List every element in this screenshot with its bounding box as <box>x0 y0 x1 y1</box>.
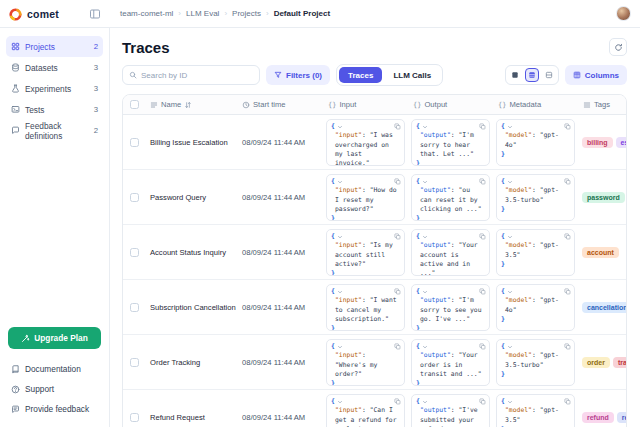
tag-account[interactable]: account <box>582 247 619 258</box>
chevron-down-icon[interactable] <box>422 399 428 405</box>
filters-button[interactable]: Filters (0) <box>266 65 330 85</box>
breadcrumb-item[interactable]: LLM Eval <box>186 9 219 18</box>
sidebar-collapse-icon[interactable] <box>89 8 101 20</box>
copy-icon[interactable] <box>394 233 401 240</box>
copy-icon[interactable] <box>479 233 486 240</box>
row-checkbox[interactable] <box>130 303 139 312</box>
refresh-button[interactable] <box>609 38 627 56</box>
density-default-button[interactable] <box>525 68 539 82</box>
row-checkbox[interactable] <box>130 193 139 202</box>
input-json-preview[interactable]: {"input": "I was overcharged on my last … <box>326 119 405 166</box>
column-header-tags[interactable]: Tags <box>578 95 626 114</box>
sidebar-footer-documentation[interactable]: Documentation <box>6 359 103 379</box>
table-row[interactable]: Subscription Cancellation 08/09/24 11:44… <box>123 280 626 335</box>
sidebar-item-projects[interactable]: Projects 2 <box>6 36 103 57</box>
row-checkbox[interactable] <box>130 138 139 147</box>
tag-cancellation[interactable]: cancellation <box>582 302 626 313</box>
column-header-output[interactable]: {}Output <box>408 95 493 114</box>
search-input[interactable] <box>141 71 253 80</box>
copy-icon[interactable] <box>394 343 401 350</box>
select-all-checkbox[interactable] <box>130 100 139 109</box>
columns-button[interactable]: Columns <box>565 65 627 85</box>
row-checkbox[interactable] <box>130 248 139 257</box>
input-json-preview[interactable]: {"input": "Where's my order?"} <box>326 339 405 386</box>
tag-request[interactable]: request <box>617 412 626 423</box>
trace-name[interactable]: Refund Request <box>145 390 237 427</box>
chevron-down-icon[interactable] <box>507 399 513 405</box>
chevron-down-icon[interactable] <box>422 234 428 240</box>
chevron-down-icon[interactable] <box>337 344 343 350</box>
trace-name[interactable]: Subscription Cancellation <box>145 280 237 335</box>
copy-icon[interactable] <box>479 288 486 295</box>
tag-billing[interactable]: billing <box>582 137 613 148</box>
copy-icon[interactable] <box>564 233 571 240</box>
copy-icon[interactable] <box>479 398 486 405</box>
sidebar-footer-support[interactable]: Support <box>6 379 103 399</box>
copy-icon[interactable] <box>394 123 401 130</box>
chevron-down-icon[interactable] <box>422 344 428 350</box>
metadata-json-preview[interactable]: {"model": "gpt-4o"} <box>496 119 575 166</box>
trace-name[interactable]: Order Tracking <box>145 335 237 390</box>
copy-icon[interactable] <box>564 123 571 130</box>
column-header-input[interactable]: {}Input <box>323 95 408 114</box>
sidebar-item-experiments[interactable]: Experiments 3 <box>6 78 103 99</box>
chevron-down-icon[interactable] <box>422 289 428 295</box>
metadata-json-preview[interactable]: {"model": "gpt-3.5-turbo"} <box>496 339 575 386</box>
chevron-down-icon[interactable] <box>507 124 513 130</box>
table-row[interactable]: Refund Request 08/09/24 11:44 AM {"input… <box>123 390 626 427</box>
copy-icon[interactable] <box>394 178 401 185</box>
metadata-json-preview[interactable]: {"model": "gpt-3.5"} <box>496 394 575 427</box>
column-header-start-time[interactable]: Start time <box>237 95 323 114</box>
table-row[interactable]: Billing Issue Escalation 08/09/24 11:44 … <box>123 115 626 170</box>
output-json-preview[interactable]: {"output": "Your order is in transit and… <box>411 339 490 386</box>
output-json-preview[interactable]: {"output": "ou can reset it by clicking … <box>411 174 490 221</box>
input-json-preview[interactable]: {"input": "I want to cancel my subscript… <box>326 284 405 331</box>
tag-tracking[interactable]: tracking <box>613 357 626 368</box>
copy-icon[interactable] <box>564 398 571 405</box>
copy-icon[interactable] <box>564 178 571 185</box>
trace-name[interactable]: Billing Issue Escalation <box>145 115 237 170</box>
tab-traces[interactable]: Traces <box>339 67 382 83</box>
input-json-preview[interactable]: {"input": "How do I reset my password?"} <box>326 174 405 221</box>
chevron-down-icon[interactable] <box>507 234 513 240</box>
avatar[interactable] <box>616 6 631 21</box>
tag-refund[interactable]: refund <box>582 412 614 423</box>
chevron-down-icon[interactable] <box>337 399 343 405</box>
chevron-down-icon[interactable] <box>337 124 343 130</box>
chevron-down-icon[interactable] <box>422 179 428 185</box>
row-checkbox[interactable] <box>130 413 139 422</box>
tab-llm-calls[interactable]: LLM Calls <box>384 67 440 83</box>
chevron-down-icon[interactable] <box>337 234 343 240</box>
density-comfortable-button[interactable] <box>542 68 556 82</box>
search-box[interactable] <box>122 65 260 85</box>
breadcrumb-item[interactable]: team-comet-ml <box>120 9 173 18</box>
output-json-preview[interactable]: {"output": "I've submitted your refund r… <box>411 394 490 427</box>
chevron-down-icon[interactable] <box>422 124 428 130</box>
sidebar-footer-provide-feedback[interactable]: Provide feedback <box>6 399 103 419</box>
row-checkbox[interactable] <box>130 358 139 367</box>
output-json-preview[interactable]: {"output": "I'm sorry to hear that. Let … <box>411 119 490 166</box>
copy-icon[interactable] <box>564 343 571 350</box>
output-json-preview[interactable]: {"output": "Your account is active and i… <box>411 229 490 276</box>
copy-icon[interactable] <box>479 123 486 130</box>
trace-name[interactable]: Password Query <box>145 170 237 225</box>
output-json-preview[interactable]: {"output": "I'm sorry to see you go. I'v… <box>411 284 490 331</box>
tag-order[interactable]: order <box>582 357 610 368</box>
tag-password[interactable]: password <box>582 192 625 203</box>
table-row[interactable]: Password Query 08/09/24 11:44 AM {"input… <box>123 170 626 225</box>
column-header-metadata[interactable]: {}Metadata <box>493 95 578 114</box>
chevron-down-icon[interactable] <box>337 179 343 185</box>
copy-icon[interactable] <box>479 343 486 350</box>
breadcrumb-item[interactable]: Projects <box>232 9 261 18</box>
input-json-preview[interactable]: {"input": "Is my account still active?"} <box>326 229 405 276</box>
copy-icon[interactable] <box>394 398 401 405</box>
chevron-down-icon[interactable] <box>337 289 343 295</box>
sort-icon[interactable] <box>184 101 192 109</box>
trace-name[interactable]: Account Status Inquiry <box>145 225 237 280</box>
sidebar-item-tests[interactable]: Tests 3 <box>6 99 103 120</box>
density-compact-button[interactable] <box>508 68 522 82</box>
table-row[interactable]: Account Status Inquiry 08/09/24 11:44 AM… <box>123 225 626 280</box>
metadata-json-preview[interactable]: {"model": "gpt-3.5-turbo"} <box>496 174 575 221</box>
sidebar-item-feedback-definitions[interactable]: Feedback definitions 2 <box>6 120 103 141</box>
table-row[interactable]: Order Tracking 08/09/24 11:44 AM {"input… <box>123 335 626 390</box>
